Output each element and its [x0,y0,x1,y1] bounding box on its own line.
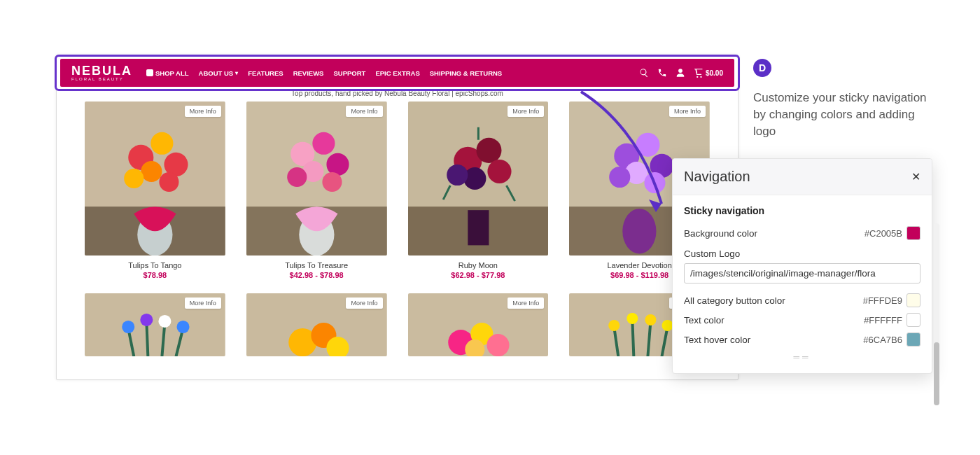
product-image: More Info [85,293,225,356]
svg-point-8 [159,172,178,192]
product-image: More Info [408,102,549,255]
product-image: More Info [408,293,549,356]
more-info-button[interactable]: More Info [185,106,221,117]
svg-point-34 [645,172,666,193]
svg-point-30 [636,133,660,157]
product-card[interactable]: More Info [408,293,549,356]
logo-main: NEBULA [71,64,132,77]
site-logo[interactable]: NEBULA FLORAL BEAUTY [71,64,132,81]
svg-point-16 [287,167,307,187]
search-icon[interactable] [639,68,649,78]
svg-rect-20 [468,210,489,245]
callout-caption: Customize your sticky navigation by chan… [753,90,928,139]
product-price: $62.98 - $77.98 [408,271,549,279]
svg-point-39 [176,321,189,333]
logo-sub: FLORAL BEAUTY [71,77,124,81]
phone-icon[interactable] [657,68,667,78]
more-info-button[interactable]: More Info [185,298,221,309]
svg-point-51 [627,313,638,324]
navigation-settings-panel: Navigation ✕ Sticky navigation Backgroun… [672,158,932,374]
svg-point-36 [122,321,134,333]
sticky-nav: NEBULA FLORAL BEAUTY SHOP ALL ABOUT US▾ … [60,59,734,87]
hover-color-hex: #6CA7B6 [863,335,902,345]
close-icon[interactable]: ✕ [911,170,920,183]
product-grid: More Info Tulips To Tango $78.98 More In… [57,102,738,370]
svg-point-28 [623,209,657,253]
nav-right: $0.00 [639,68,723,78]
product-name: Tulips To Tango [85,261,225,270]
bg-color-row[interactable]: Background color #C2005B [684,223,920,243]
cart-button[interactable]: $0.00 [694,68,723,78]
svg-point-25 [447,164,468,186]
more-info-button[interactable]: More Info [507,106,544,117]
product-name: Tulips To Treasure [246,261,387,270]
hover-color-label: Text hover color [684,335,750,345]
product-card[interactable]: More Info Tulips To Tango $78.98 [85,102,225,279]
hover-color-swatch[interactable] [906,332,920,346]
product-card[interactable]: More Info [246,293,387,356]
cart-total: $0.00 [706,69,723,77]
site-preview-frame: NEBULA FLORAL BEAUTY SHOP ALL ABOUT US▾ … [56,55,738,380]
nav-epic[interactable]: EPIC EXTRAS [375,69,419,77]
svg-point-13 [312,132,335,155]
nav-reviews[interactable]: REVIEWS [293,69,324,77]
callout-badge: D [753,59,771,77]
logo-label: Custom Logo [684,248,920,259]
nav-about[interactable]: ABOUT US▾ [199,69,239,77]
drag-handle-icon[interactable]: ══ [684,349,920,366]
user-icon[interactable] [676,68,685,78]
cat-color-row[interactable]: All category button color #FFFDE9 [684,290,920,310]
nav-shipping[interactable]: SHIPPING & RETURNS [430,69,502,77]
svg-point-7 [124,169,144,188]
product-image: More Info [246,293,387,356]
hover-color-row[interactable]: Text hover color #6CA7B6 [684,330,920,349]
text-color-row[interactable]: Text color #FFFFFF [684,310,920,330]
product-card[interactable]: More Info Tulips To Treasure $42.98 - $7… [246,102,387,279]
product-image: More Info [85,102,225,255]
product-card[interactable]: More Info Ruby Moon $62.98 - $77.98 [408,102,549,279]
tagline: Top products, hand picked by Nebula Beau… [57,90,738,97]
product-card[interactable]: More Info [85,293,225,356]
nav-support[interactable]: SUPPORT [333,69,365,77]
svg-point-33 [609,167,630,188]
nav-shop-all[interactable]: SHOP ALL [146,69,189,77]
custom-logo-input[interactable] [684,263,920,284]
svg-point-14 [326,153,349,176]
section-title: Sticky navigation [684,205,920,216]
svg-point-38 [158,315,171,328]
cat-color-hex: #FFFDE9 [863,295,902,306]
product-image: More Info [246,102,387,255]
panel-scrollbar-thumb[interactable] [934,342,939,405]
product-price: $42.98 - $78.98 [246,271,387,279]
svg-point-37 [140,314,153,326]
text-color-swatch[interactable] [906,313,920,327]
svg-point-50 [608,320,620,331]
more-info-button[interactable]: More Info [346,106,382,117]
more-info-button[interactable]: More Info [507,298,544,309]
chevron-down-icon: ▾ [235,70,238,76]
more-info-button[interactable]: More Info [346,298,382,309]
svg-point-6 [141,161,162,182]
grid-icon [146,69,153,76]
svg-point-47 [486,334,509,356]
panel-body: Sticky navigation Background color #C200… [673,195,932,373]
svg-point-52 [645,314,657,326]
cart-icon [694,68,704,78]
svg-point-4 [150,132,173,155]
svg-point-23 [487,160,511,183]
more-info-button[interactable]: More Info [669,106,706,117]
product-price: $78.98 [85,271,225,279]
text-color-hex: #FFFFFF [864,315,902,326]
panel-title: Navigation [684,169,750,185]
bg-color-swatch[interactable] [906,226,920,240]
cat-color-label: All category button color [684,295,785,306]
panel-header: Navigation ✕ [673,159,932,195]
nav-features[interactable]: FEATURES [248,69,284,77]
cat-color-swatch[interactable] [906,293,920,307]
nav-items: SHOP ALL ABOUT US▾ FEATURES REVIEWS SUPP… [146,69,502,77]
bg-color-hex: #C2005B [864,228,902,239]
nav-label: SHOP ALL [155,69,189,77]
svg-point-17 [322,172,342,192]
bg-color-label: Background color [684,228,757,239]
nav-label: ABOUT US [199,69,234,77]
